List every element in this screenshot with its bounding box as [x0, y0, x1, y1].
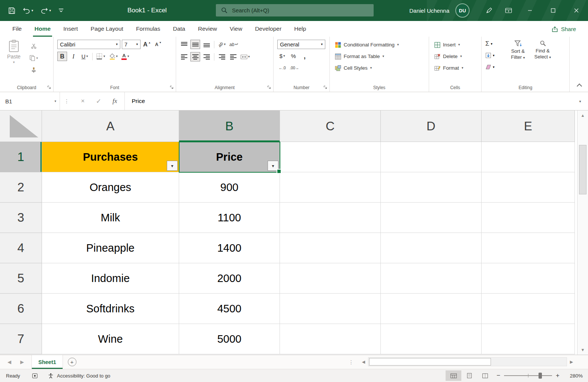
formula-input[interactable]: Price: [124, 92, 572, 110]
tab-page-layout[interactable]: Page Layout: [84, 21, 130, 37]
cell-E1[interactable]: [482, 142, 575, 172]
paste-dropdown-icon[interactable]: ▾: [13, 61, 15, 64]
merge-center-button[interactable]: ▾: [239, 52, 251, 61]
tab-home[interactable]: Home: [28, 21, 57, 37]
sort-filter-button[interactable]: Sort & Filter ▾: [506, 39, 530, 92]
cell-D1[interactable]: [381, 142, 482, 172]
row-header-5[interactable]: 5: [0, 263, 42, 294]
find-select-dropdown-icon[interactable]: ▾: [549, 55, 551, 59]
cell-C1[interactable]: [280, 142, 381, 172]
row-header-7[interactable]: 7: [0, 324, 42, 354]
cell-A5[interactable]: Indomie: [42, 263, 179, 294]
column-header-B[interactable]: B: [179, 110, 280, 142]
top-align-button[interactable]: [179, 40, 189, 49]
bottom-align-button[interactable]: [202, 40, 211, 49]
cell-C7[interactable]: [280, 324, 381, 354]
cell-E4[interactable]: [482, 233, 575, 263]
scroll-down-arrow[interactable]: ▼: [578, 345, 588, 355]
insert-function-button[interactable]: fx: [112, 97, 117, 105]
alignment-dialog-launcher[interactable]: [267, 85, 271, 90]
zoom-slider[interactable]: [504, 370, 552, 381]
merge-center-dropdown-icon[interactable]: ▾: [248, 55, 250, 58]
enter-formula-button[interactable]: ✓: [96, 97, 101, 105]
redo-dropdown-icon[interactable]: ▾: [49, 9, 51, 12]
row-header-2[interactable]: 2: [0, 172, 42, 203]
cell-styles-dropdown-icon[interactable]: ▾: [370, 66, 372, 70]
format-painter-button[interactable]: [27, 66, 40, 74]
minimize-button[interactable]: [518, 0, 542, 21]
font-size-dropdown-icon[interactable]: ▾: [136, 43, 138, 46]
autosum-button[interactable]: Σ▾: [485, 39, 506, 49]
horizontal-scrollbar-track[interactable]: [368, 357, 567, 366]
cell-A1[interactable]: Purchases▾: [42, 142, 179, 172]
decrease-indent-button[interactable]: [217, 52, 227, 61]
increase-font-size-button[interactable]: A▲: [142, 40, 152, 49]
previous-sheet-arrow[interactable]: ◀: [7, 359, 11, 365]
accounting-dropdown-icon[interactable]: ▾: [283, 54, 285, 58]
tab-help[interactable]: Help: [288, 21, 313, 37]
scroll-right-arrow[interactable]: ▶: [567, 360, 576, 364]
decrease-font-size-button[interactable]: A▼: [154, 40, 163, 49]
column-header-E[interactable]: E: [482, 110, 575, 142]
tab-scrollbar-splitter[interactable]: ⋮: [349, 355, 354, 369]
cell-D6[interactable]: [381, 294, 482, 324]
sheet-tab-sheet1[interactable]: Sheet1: [31, 355, 63, 369]
cell-E2[interactable]: [482, 172, 575, 203]
autosum-dropdown-icon[interactable]: ▾: [491, 42, 493, 46]
close-button[interactable]: [565, 0, 588, 21]
font-color-button[interactable]: A ▾: [120, 52, 130, 61]
cell-E7[interactable]: [482, 324, 575, 354]
number-format-select[interactable]: General▾: [277, 40, 325, 49]
font-color-dropdown-icon[interactable]: ▾: [127, 55, 129, 58]
sort-filter-dropdown-icon[interactable]: ▾: [523, 56, 525, 60]
collapse-ribbon-button[interactable]: [577, 84, 582, 89]
zoom-slider-thumb[interactable]: [539, 373, 542, 379]
row-header-4[interactable]: 4: [0, 233, 42, 263]
formula-bar-splitter[interactable]: ⋮: [60, 92, 73, 110]
center-button[interactable]: [190, 52, 200, 61]
name-box-dropdown-icon[interactable]: ▾: [54, 100, 56, 103]
format-as-table-button[interactable]: Format as Table ▾: [332, 51, 429, 62]
delete-cells-dropdown-icon[interactable]: ▾: [460, 55, 462, 58]
align-right-button[interactable]: [202, 52, 211, 61]
horizontal-scrollbar-thumb[interactable]: [369, 358, 491, 366]
conditional-formatting-button[interactable]: Conditional Formatting ▾: [332, 39, 429, 51]
select-all-button[interactable]: [0, 110, 42, 142]
italic-button[interactable]: I: [69, 52, 78, 61]
find-select-button[interactable]: Find & Select ▾: [530, 39, 555, 92]
clear-button[interactable]: ▾: [485, 62, 506, 72]
page-break-view-button[interactable]: [477, 370, 493, 381]
ink-button[interactable]: [479, 0, 499, 21]
cancel-formula-button[interactable]: ×: [81, 97, 85, 105]
paste-button[interactable]: Paste ▾: [3, 40, 25, 74]
tab-insert[interactable]: Insert: [57, 21, 84, 37]
underline-button[interactable]: U▾: [80, 52, 90, 61]
fill-button[interactable]: ▾: [485, 51, 506, 60]
borders-dropdown-icon[interactable]: ▾: [103, 55, 105, 58]
percent-style-button[interactable]: %: [289, 51, 298, 61]
tab-formulas[interactable]: Formulas: [130, 21, 167, 37]
row-header-1[interactable]: 1: [0, 142, 42, 172]
font-name-dropdown-icon[interactable]: ▾: [116, 43, 118, 46]
macro-record-button[interactable]: [32, 373, 37, 378]
underline-dropdown-icon[interactable]: ▾: [86, 55, 88, 58]
number-dialog-launcher[interactable]: [323, 85, 328, 90]
clear-dropdown-icon[interactable]: ▾: [493, 66, 495, 69]
increase-indent-button[interactable]: [228, 52, 238, 61]
font-name-select[interactable]: Calibri▾: [57, 40, 120, 49]
middle-align-button[interactable]: [190, 40, 200, 49]
page-layout-view-button[interactable]: [461, 370, 477, 381]
cell-D7[interactable]: [381, 324, 482, 354]
insert-cells-button[interactable]: Insert ▾: [431, 39, 481, 51]
tab-view[interactable]: View: [223, 21, 248, 37]
wrap-text-button[interactable]: ab: [228, 40, 239, 49]
cell-C4[interactable]: [280, 233, 381, 263]
accounting-format-button[interactable]: $▾: [277, 51, 287, 61]
number-format-dropdown-icon[interactable]: ▾: [321, 43, 323, 46]
cell-C3[interactable]: [280, 203, 381, 233]
filter-dropdown-A1[interactable]: ▾: [167, 161, 178, 171]
cell-D3[interactable]: [381, 203, 482, 233]
copy-dropdown-icon[interactable]: ▾: [36, 57, 38, 60]
orientation-button[interactable]: ab▾: [217, 40, 227, 49]
name-box[interactable]: B1 ▾: [0, 92, 60, 110]
